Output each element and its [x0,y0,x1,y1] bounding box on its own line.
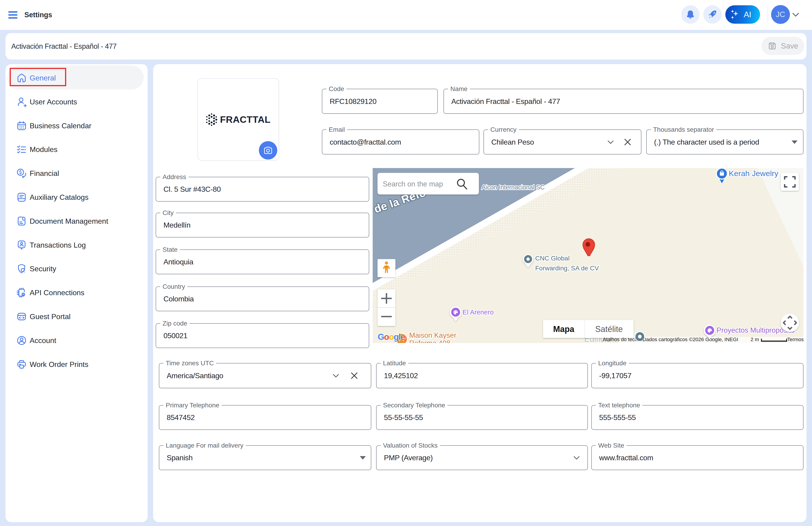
svg-text:Aicon Internacional SC: Aicon Internacional SC [482,184,545,191]
svg-text:Kerah Jewelry: Kerah Jewelry [729,169,778,178]
svg-text:Reforma 408: Reforma 408 [409,339,450,343]
svg-text:Google: Google [378,332,405,341]
svg-text:Mapa: Mapa [553,324,575,334]
svg-text:Dados cartográficos ©2026 Goog: Dados cartográficos ©2026 Google, INEGI [642,337,738,342]
svg-text:Forwarding, SA de CV: Forwarding, SA de CV [535,265,599,272]
svg-text:CNC Global: CNC Global [535,255,569,262]
svg-text:El Arenero: El Arenero [463,308,494,316]
svg-text:Maison Kayser: Maison Kayser [409,331,456,339]
svg-text:2 m: 2 m [751,337,759,342]
svg-text:Termos: Termos [787,337,803,342]
svg-text:Search on the map: Search on the map [383,180,443,188]
svg-text:FRACTTAL: FRACTTAL [220,114,271,125]
svg-text:Satélite: Satélite [595,324,623,334]
